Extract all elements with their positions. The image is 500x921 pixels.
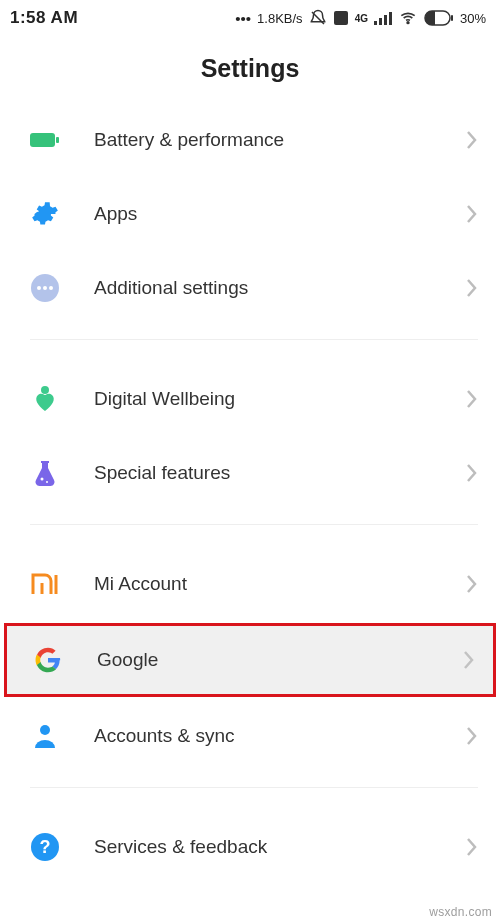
settings-item-mi-account[interactable]: Mi Account: [0, 547, 500, 621]
status-right: ••• 1.8KB/s 4G 30%: [235, 9, 486, 27]
person-icon: [30, 721, 60, 751]
svg-point-17: [46, 481, 48, 483]
divider: [30, 339, 478, 340]
settings-item-services[interactable]: ? Services & feedback: [0, 810, 500, 884]
chevron-right-icon: [466, 837, 478, 857]
mi-icon: [30, 569, 60, 599]
settings-item-accounts[interactable]: Accounts & sync: [0, 699, 500, 773]
svg-point-20: [40, 725, 50, 735]
battery-icon: [30, 125, 60, 155]
sim-icon: [333, 10, 349, 26]
settings-item-battery[interactable]: Battery & performance: [0, 103, 500, 177]
dots-icon: [30, 273, 60, 303]
signal-icon: [374, 11, 392, 25]
settings-item-special[interactable]: Special features: [0, 436, 500, 510]
divider: [30, 787, 478, 788]
svg-rect-5: [389, 12, 392, 25]
svg-rect-8: [451, 15, 453, 21]
settings-list: Battery & performance Apps Additional se…: [0, 103, 500, 884]
wifi-icon: [398, 10, 418, 26]
item-label: Special features: [94, 462, 466, 484]
settings-item-additional[interactable]: Additional settings: [0, 251, 500, 325]
chevron-right-icon: [466, 574, 478, 594]
svg-point-13: [43, 286, 47, 290]
gear-icon: [30, 199, 60, 229]
svg-rect-10: [56, 137, 59, 143]
status-bar: 1:58 AM ••• 1.8KB/s 4G 30%: [0, 0, 500, 34]
svg-rect-3: [379, 18, 382, 25]
svg-point-12: [37, 286, 41, 290]
watermark: wsxdn.com: [429, 905, 492, 919]
svg-rect-2: [374, 21, 377, 25]
chevron-right-icon: [463, 650, 475, 670]
divider: [30, 524, 478, 525]
battery-status-icon: [424, 10, 454, 26]
settings-item-google[interactable]: Google: [4, 623, 496, 697]
item-label: Accounts & sync: [94, 725, 466, 747]
svg-rect-1: [334, 11, 348, 25]
item-label: Additional settings: [94, 277, 466, 299]
chevron-right-icon: [466, 204, 478, 224]
settings-item-wellbeing[interactable]: Digital Wellbeing: [0, 362, 500, 436]
item-label: Google: [97, 649, 463, 671]
battery-percent: 30%: [460, 11, 486, 26]
svg-point-6: [407, 22, 409, 24]
item-label: Apps: [94, 203, 466, 225]
page-title: Settings: [0, 34, 500, 103]
network-4g-icon: 4G: [355, 13, 368, 24]
item-label: Digital Wellbeing: [94, 388, 466, 410]
chevron-right-icon: [466, 130, 478, 150]
status-time: 1:58 AM: [10, 8, 78, 28]
svg-text:?: ?: [40, 837, 51, 857]
svg-rect-4: [384, 15, 387, 25]
wellbeing-icon: [30, 384, 60, 414]
item-label: Battery & performance: [94, 129, 466, 151]
item-label: Services & feedback: [94, 836, 466, 858]
mute-icon: [309, 9, 327, 27]
svg-point-16: [41, 478, 44, 481]
status-dots: •••: [235, 10, 251, 27]
svg-point-15: [41, 386, 49, 394]
chevron-right-icon: [466, 726, 478, 746]
item-label: Mi Account: [94, 573, 466, 595]
chevron-right-icon: [466, 389, 478, 409]
chevron-right-icon: [466, 278, 478, 298]
svg-point-14: [49, 286, 53, 290]
settings-item-apps[interactable]: Apps: [0, 177, 500, 251]
help-icon: ?: [30, 832, 60, 862]
chevron-right-icon: [466, 463, 478, 483]
status-speed: 1.8KB/s: [257, 11, 303, 26]
google-icon: [33, 645, 63, 675]
svg-rect-9: [30, 133, 55, 147]
flask-icon: [30, 458, 60, 488]
